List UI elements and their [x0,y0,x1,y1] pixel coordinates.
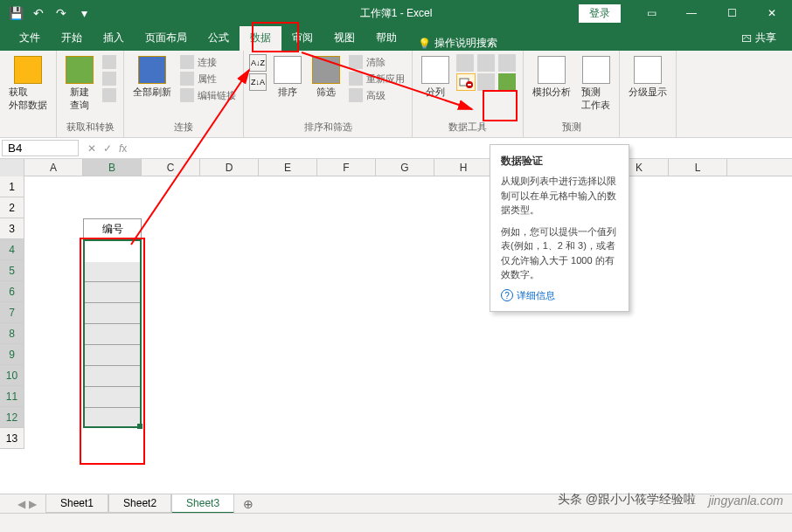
cell-b3[interactable]: 编号 [83,222,142,237]
sheet-tab-3[interactable]: Sheet3 [171,494,234,514]
text-to-columns-button[interactable]: 分列 [418,54,453,100]
sort-button[interactable]: 排序 [270,54,305,100]
consolidate-button[interactable] [498,54,516,72]
flash-fill-button[interactable] [456,54,474,72]
show-queries-button[interactable] [101,54,118,70]
tooltip-desc-2: 例如，您可以提供一个值列表(例如，1、2 和 3)，或者仅允许输入大于 1000… [501,225,618,282]
filter-button[interactable]: 筛选 [309,54,344,100]
from-table-button[interactable] [101,71,118,86]
tab-file[interactable]: 文件 [9,25,51,51]
undo-icon[interactable]: ↶ [28,3,49,24]
row-header-12[interactable]: 12 [0,407,24,428]
share-icon: ⮹ [741,32,752,45]
recent-icon [102,88,116,102]
sheet-nav-next-icon[interactable]: ▶ [29,498,37,510]
col-header-f[interactable]: F [317,159,376,176]
cancel-formula-icon[interactable]: ✕ [87,142,96,155]
row-header-1[interactable]: 1 [0,176,24,197]
row-header-10[interactable]: 10 [0,365,24,386]
tooltip-title: 数据验证 [501,154,618,169]
sheet-nav-prev-icon[interactable]: ◀ [17,498,25,510]
forecast-sheet-button[interactable]: 预测 工作表 [578,54,614,114]
help-icon: ? [501,289,513,301]
select-all-corner[interactable] [0,159,24,176]
row-header-7[interactable]: 7 [0,302,24,323]
watermark-author: 头条 @跟小小筱学经验啦 [558,492,696,508]
tab-layout[interactable]: 页面布局 [135,25,198,51]
tab-home[interactable]: 开始 [51,25,93,51]
clear-icon [349,55,363,69]
new-query-button[interactable]: 新建 查询 [62,54,97,114]
properties-button[interactable]: 属性 [178,71,238,86]
col-header-d[interactable]: D [200,159,259,176]
row-header-11[interactable]: 11 [0,386,24,407]
group-outline: 分级显示 [620,51,677,137]
row-header-8[interactable]: 8 [0,323,24,344]
formula-input[interactable] [134,138,792,158]
relationships-button[interactable] [477,73,495,91]
edit-links-button[interactable]: 编辑链接 [178,87,238,103]
tab-review[interactable]: 审阅 [281,25,323,51]
sort-desc-button[interactable]: Z↓A [249,73,267,91]
connections-button[interactable]: 连接 [178,54,238,70]
maximize-icon[interactable]: ☐ [712,0,752,26]
refresh-all-button[interactable]: 全部刷新 [129,54,175,100]
ribbon-options-icon[interactable]: ▭ [631,0,671,26]
formula-bar: ✕ ✓ fx [0,138,792,159]
tab-view[interactable]: 视图 [323,25,365,51]
col-header-c[interactable]: C [142,159,200,176]
tab-insert[interactable]: 插入 [93,25,135,51]
grid-area: A B C D E F G H I J K L 1 2 3 4 5 6 7 8 … [0,159,792,500]
external-data-icon [14,56,42,84]
reapply-icon [349,72,363,86]
tab-help[interactable]: 帮助 [365,25,407,51]
save-icon[interactable]: 💾 [5,3,26,24]
add-sheet-button[interactable]: ⊕ [234,497,262,511]
qat-dropdown-icon[interactable]: ▾ [73,3,94,24]
get-external-data-button[interactable]: 获取 外部数据 [5,54,51,114]
title-bar: 💾 ↶ ↷ ▾ 工作簿1 - Excel 登录 ▭ — ☐ ✕ [0,0,792,26]
columns-icon [421,56,449,84]
tooltip-more-link[interactable]: ? 详细信息 [501,289,618,302]
clear-filter-button[interactable]: 清除 [347,54,406,70]
data-validation-button[interactable] [456,73,476,91]
tab-formulas[interactable]: 公式 [198,25,240,51]
col-header-e[interactable]: E [259,159,317,176]
row-header-9[interactable]: 9 [0,344,24,365]
sheet-tab-2[interactable]: Sheet2 [108,494,171,513]
row-header-6[interactable]: 6 [0,281,24,302]
close-icon[interactable]: ✕ [752,0,792,26]
recent-sources-button[interactable] [101,87,118,103]
tab-data[interactable]: 数据 [240,25,281,51]
col-header-b[interactable]: B [83,159,142,176]
fill-handle[interactable] [137,424,142,429]
tell-me[interactable]: 💡 操作说明搜索 [407,36,508,51]
row-header-5[interactable]: 5 [0,260,24,281]
sort-asc-button[interactable]: A↓Z [249,54,267,72]
col-header-l[interactable]: L [669,159,727,176]
share-button[interactable]: ⮹ 共享 [736,25,782,51]
props-icon [180,72,194,86]
col-header-a[interactable]: A [24,159,83,176]
reapply-button[interactable]: 重新应用 [347,71,406,86]
outline-button[interactable]: 分级显示 [625,54,670,100]
col-header-h[interactable]: H [434,159,493,176]
refresh-icon [138,56,166,84]
advanced-button[interactable]: 高级 [347,87,406,103]
remove-dup-button[interactable] [477,54,495,72]
sort-label: 排序 [278,86,297,99]
row-header-2[interactable]: 2 [0,197,24,218]
whatif-button[interactable]: 模拟分析 [529,54,574,100]
fx-icon[interactable]: fx [119,142,127,155]
data-model-button[interactable] [498,73,516,91]
name-box[interactable] [2,140,79,156]
row-header-3[interactable]: 3 [0,218,24,239]
redo-icon[interactable]: ↷ [51,3,72,24]
login-button[interactable]: 登录 [579,4,621,23]
row-header-13[interactable]: 13 [0,428,24,449]
accept-formula-icon[interactable]: ✓ [103,142,112,155]
minimize-icon[interactable]: — [671,0,712,26]
col-header-g[interactable]: G [376,159,434,176]
row-header-4[interactable]: 4 [0,239,24,260]
sheet-tab-1[interactable]: Sheet1 [45,494,108,513]
